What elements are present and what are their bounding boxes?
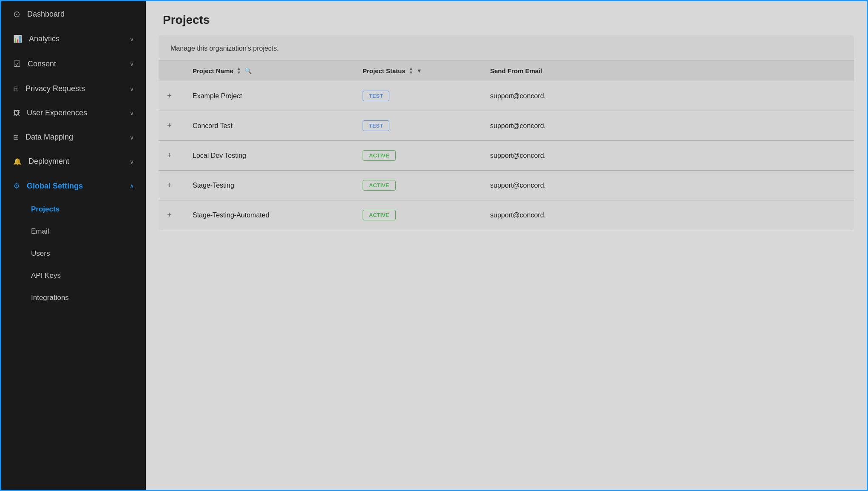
sidebar-item-analytics[interactable]: 📊 Analytics ∨ <box>1 27 146 51</box>
projects-table-card: Manage this organization's projects. Pro… <box>159 35 854 230</box>
data-mapping-icon: ⊞ <box>13 133 19 141</box>
chevron-down-icon: ∨ <box>130 36 134 43</box>
status-badge: ACTIVE <box>363 210 396 220</box>
col-header-status: Project Status ▲ ▼ ▼ <box>354 60 482 81</box>
project-name-cell: Concord Test <box>184 111 354 141</box>
chevron-up-icon: ∧ <box>130 183 134 189</box>
send-from-email: support@concord. <box>490 92 546 100</box>
privacy-icon: ⊞ <box>13 85 19 93</box>
sidebar-item-label: Consent <box>28 60 130 69</box>
send-from-email: support@concord. <box>490 122 546 129</box>
expand-cell: + <box>159 200 184 230</box>
sort-icons-name[interactable]: ▲ ▼ <box>237 66 241 75</box>
send-from-email-cell: support@concord. <box>482 111 854 141</box>
deployment-icon: 🔔 <box>13 157 22 166</box>
table-row: + Stage-Testing ACTIVE support@concord. <box>159 171 854 200</box>
table-row: + Concord Test TEST support@concord. <box>159 111 854 141</box>
chevron-down-icon: ∨ <box>130 86 134 92</box>
sidebar-item-user-experiences[interactable]: 🖼 User Experiences ∨ <box>1 101 146 125</box>
search-icon[interactable]: 🔍 <box>244 67 252 74</box>
project-status-cell: TEST <box>354 111 482 141</box>
sidebar-item-label: Data Mapping <box>26 133 130 142</box>
page-header: Projects <box>146 1 867 35</box>
expand-cell: + <box>159 111 184 141</box>
project-name: Example Project <box>193 92 242 100</box>
dashboard-icon: ⊙ <box>13 9 20 19</box>
sidebar-item-label: Analytics <box>29 34 130 43</box>
col-header-email: Send From Email <box>482 60 854 81</box>
status-badge: ACTIVE <box>363 150 396 161</box>
sidebar-subitem-projects[interactable]: Projects <box>1 198 146 220</box>
sort-icons-status[interactable]: ▲ ▼ <box>409 66 413 75</box>
status-badge: TEST <box>363 120 389 131</box>
sidebar-item-deployment[interactable]: 🔔 Deployment ∨ <box>1 149 146 174</box>
expand-button[interactable]: + <box>167 211 172 219</box>
project-name: Stage-Testing-Automated <box>193 211 269 219</box>
table-row: + Local Dev Testing ACTIVE support@conco… <box>159 141 854 171</box>
project-name: Local Dev Testing <box>193 152 246 159</box>
chevron-down-icon: ∨ <box>130 60 134 67</box>
main-content: Projects Manage this organization's proj… <box>146 1 867 490</box>
settings-icon: ⚙ <box>13 181 20 191</box>
send-from-email-cell: support@concord. <box>482 171 854 200</box>
consent-icon: ☑ <box>13 59 21 69</box>
sidebar-item-label: Global Settings <box>27 182 130 191</box>
col-header-name: Project Name ▲ ▼ 🔍 <box>184 60 354 81</box>
project-status-cell: TEST <box>354 81 482 111</box>
status-badge: ACTIVE <box>363 180 396 191</box>
col-email-label: Send From Email <box>490 67 542 74</box>
chevron-down-icon: ∨ <box>130 110 134 117</box>
chevron-down-icon: ∨ <box>130 134 134 141</box>
expand-button[interactable]: + <box>167 91 172 100</box>
project-name-cell: Example Project <box>184 81 354 111</box>
sidebar-item-consent[interactable]: ☑ Consent ∨ <box>1 51 146 77</box>
expand-cell: + <box>159 141 184 171</box>
send-from-email: support@concord. <box>490 211 546 219</box>
project-name-cell: Stage-Testing-Automated <box>184 200 354 230</box>
sort-down-icon: ▼ <box>409 71 413 75</box>
project-status-cell: ACTIVE <box>354 171 482 200</box>
sidebar-subitem-label: Email <box>31 227 49 236</box>
send-from-email-cell: support@concord. <box>482 141 854 171</box>
col-status-label: Project Status <box>363 67 406 74</box>
projects-table: Project Name ▲ ▼ 🔍 Project Status <box>159 60 854 230</box>
analytics-icon: 📊 <box>13 34 22 43</box>
table-description: Manage this organization's projects. <box>159 35 854 60</box>
project-name: Stage-Testing <box>193 182 234 189</box>
sidebar-item-label: Deployment <box>28 157 130 166</box>
expand-cell: + <box>159 171 184 200</box>
sidebar-subitem-integrations[interactable]: Integrations <box>1 287 146 309</box>
expand-button[interactable]: + <box>167 151 172 160</box>
sidebar-subitem-label: API Keys <box>31 271 61 280</box>
sidebar-item-dashboard[interactable]: ⊙ Dashboard <box>1 1 146 27</box>
chevron-down-icon: ∨ <box>130 158 134 165</box>
sort-down-icon: ▼ <box>237 71 241 75</box>
sidebar-subitem-api-keys[interactable]: API Keys <box>1 265 146 287</box>
sidebar-subitem-email[interactable]: Email <box>1 220 146 243</box>
sidebar: ⊙ Dashboard 📊 Analytics ∨ ☑ Consent ∨ ⊞ … <box>1 1 146 490</box>
sidebar-item-global-settings[interactable]: ⚙ Global Settings ∧ <box>1 174 146 198</box>
expand-button[interactable]: + <box>167 121 172 130</box>
table-row: + Stage-Testing-Automated ACTIVE support… <box>159 200 854 230</box>
sidebar-item-label: Privacy Requests <box>26 84 130 93</box>
col-name-label: Project Name <box>193 67 233 74</box>
sidebar-subitem-users[interactable]: Users <box>1 243 146 265</box>
send-from-email-cell: support@concord. <box>482 81 854 111</box>
page-title: Projects <box>163 13 850 27</box>
sidebar-item-privacy-requests[interactable]: ⊞ Privacy Requests ∨ <box>1 77 146 101</box>
col-header-expand <box>159 60 184 81</box>
table-row: + Example Project TEST support@concord. <box>159 81 854 111</box>
expand-cell: + <box>159 81 184 111</box>
sidebar-subitem-label: Integrations <box>31 294 69 302</box>
sidebar-item-data-mapping[interactable]: ⊞ Data Mapping ∨ <box>1 125 146 149</box>
project-name: Concord Test <box>193 122 233 129</box>
send-from-email-cell: support@concord. <box>482 200 854 230</box>
send-from-email: support@concord. <box>490 152 546 159</box>
filter-icon[interactable]: ▼ <box>417 68 422 74</box>
sidebar-item-label: Dashboard <box>27 10 134 19</box>
user-exp-icon: 🖼 <box>13 109 20 117</box>
expand-button[interactable]: + <box>167 181 172 189</box>
send-from-email: support@concord. <box>490 182 546 189</box>
sidebar-item-label: User Experiences <box>27 108 130 117</box>
project-name-cell: Stage-Testing <box>184 171 354 200</box>
